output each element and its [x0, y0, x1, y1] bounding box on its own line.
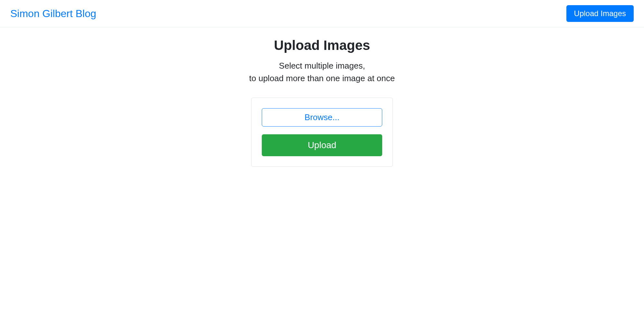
- subtitle: Select multiple images, to upload more t…: [249, 60, 395, 85]
- navbar: Simon Gilbert Blog Upload Images: [0, 0, 644, 27]
- upload-images-nav-button[interactable]: Upload Images: [566, 5, 634, 22]
- browse-button[interactable]: Browse...: [262, 108, 382, 127]
- page-title: Upload Images: [274, 38, 370, 53]
- subtitle-line-1: Select multiple images,: [249, 60, 395, 72]
- upload-card: Browse... Upload: [251, 98, 393, 167]
- navbar-brand-link[interactable]: Simon Gilbert Blog: [10, 8, 96, 20]
- upload-button[interactable]: Upload: [262, 134, 382, 156]
- main-content: Upload Images Select multiple images, to…: [0, 27, 644, 167]
- subtitle-line-2: to upload more than one image at once: [249, 72, 395, 85]
